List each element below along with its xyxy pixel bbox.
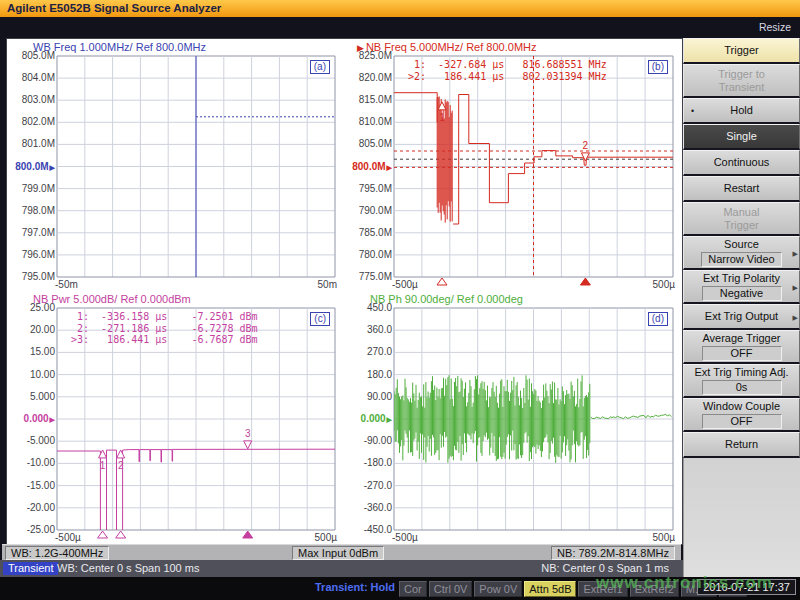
x-end-label: 500µ [315, 532, 337, 543]
y-tick-label: 825.0M [346, 50, 392, 61]
softkey-continuous[interactable]: Continuous [683, 150, 800, 176]
softkey-menu-filler [683, 458, 800, 577]
chart-title-c: NB Pwr 5.000dB/ Ref 0.000dBm [33, 293, 191, 305]
y-tick-label: -5.000 [9, 435, 55, 446]
softkey-window-couple[interactable]: Window CoupleOFF [683, 398, 800, 432]
y-tick-label: 790.0M [346, 205, 392, 216]
x-start-label: -500µ [392, 279, 418, 290]
marker-readout-b: 1: -327.684 µs 816.688551 MHz >2: 186.44… [408, 59, 607, 82]
x-start-label: -500µ [392, 532, 418, 543]
softkey-label: Restart [724, 182, 759, 195]
softkey-hold[interactable]: Hold• [683, 98, 800, 124]
softkey-value: 0s [702, 380, 782, 395]
softkey-label: Manual [723, 206, 759, 219]
softkey-restart[interactable]: Restart [683, 176, 800, 202]
y-tick-label: 798.0M [9, 205, 55, 216]
svg-text:2: 2 [583, 140, 589, 151]
softkey-label: Return [725, 438, 758, 451]
y-tick-label: 799.0M [9, 183, 55, 194]
softkey-ext-trig-polarity[interactable]: Ext Trig PolarityNegative▶ [683, 270, 800, 304]
y-tick-label: -10.00 [9, 457, 55, 468]
y-tick-label: -90.00 [346, 435, 392, 446]
softkey-label: Average Trigger [702, 332, 780, 345]
softkey-label: Transient [719, 81, 764, 94]
y-tick-label: 785.0M [346, 227, 392, 238]
datetime-readout: 2016-07-21 17:37 [697, 579, 796, 595]
measurement-mode-badge[interactable]: Transient [3, 562, 58, 575]
y-tick-label: 803.0M [9, 94, 55, 105]
y-tick-label: -25.00 [9, 524, 55, 535]
softkey-single[interactable]: Single [683, 124, 800, 150]
resize-button[interactable]: Resize [683, 16, 800, 38]
chart-panel-d: NB Ph 90.00deg/ Ref 0.000deg450.0360.027… [344, 291, 682, 544]
y-tick-label: -20.00 [9, 502, 55, 513]
y-tick-label: 810.0M [346, 116, 392, 127]
ref-level-icon: ▶ [50, 164, 55, 171]
softkey-label: Ext Trig Polarity [703, 272, 780, 285]
ref-level-icon: ▶ [387, 164, 392, 171]
status-segment-extref1: ExtRef1 [578, 581, 627, 597]
y-tick-label: -360.0 [346, 502, 392, 513]
y-tick-label: 802.0M [9, 116, 55, 127]
softkey-ext-trig-output[interactable]: Ext Trig Output▶ [683, 304, 800, 330]
y-tick-label: 180.0 [346, 369, 392, 380]
softkey-list: TriggerTrigger toTransientHold•SingleCon… [683, 38, 800, 458]
wb-sweep-readout: WB: Center 0 s Span 100 ms [57, 562, 199, 574]
softkey-average-trigger[interactable]: Average TriggerOFF [683, 330, 800, 364]
softkey-value: OFF [702, 414, 782, 429]
y-tick-label: 0.000▶ [9, 413, 55, 424]
chart-title-d: NB Ph 90.00deg/ Ref 0.000deg [370, 293, 523, 305]
softkey-label: Window Couple [703, 400, 780, 413]
y-tick-label: 360.0 [346, 324, 392, 335]
y-tick-label: 0.000▶ [346, 413, 392, 424]
hardware-info-bar: WB: 1.2G-400MHz Max Input 0dBm NB: 789.2… [2, 544, 681, 560]
chart-grid-b[interactable]: 12 [394, 56, 673, 277]
submenu-arrow-icon: ▶ [793, 246, 798, 259]
chart-panel-a: WB Freq 1.000MHz/ Ref 800.0MHz805.0M804.… [7, 39, 344, 291]
chart-grid-d[interactable] [394, 308, 673, 530]
softkey-label: Single [726, 130, 757, 143]
softkey-label: Continuous [714, 156, 770, 169]
status-segment-pow-0v: Pow 0V [474, 581, 522, 597]
y-tick-label: 775.0M [346, 271, 392, 282]
x-start-label: -50m [55, 279, 78, 290]
chart-panel-c: NB Pwr 5.000dB/ Ref 0.000dBm25.0020.0015… [7, 291, 344, 544]
chart-grid-a[interactable] [57, 56, 335, 277]
marker-readout-c: 1: -336.158 µs -7.2501 dBm 2: -271.186 µ… [71, 311, 258, 346]
app-title: Agilent E5052B Signal Source Analyzer [7, 2, 221, 14]
y-tick-label: 815.0M [346, 94, 392, 105]
softkey-menu: Resize TriggerTrigger toTransientHold•Si… [683, 16, 800, 577]
softkey-label: Trigger to [718, 68, 765, 81]
y-tick-label: 800.0M▶ [346, 161, 392, 172]
nb-sweep-readout: NB: Center 0 s Span 1 ms [541, 562, 669, 574]
softkey-return[interactable]: Return [683, 432, 800, 458]
softkey-label: Ext Trig Timing Adj. [694, 366, 788, 379]
softkey-ext-trig-timing-adj[interactable]: Ext Trig Timing Adj.0s [683, 364, 800, 398]
softkey-label: Ext Trig Output [705, 310, 778, 323]
status-segment-ctrl-0v: Ctrl 0V [429, 581, 473, 597]
trigger-status: Transient: Hold [315, 581, 395, 593]
y-tick-label: 795.0M [346, 183, 392, 194]
y-tick-label: 805.0M [9, 50, 55, 61]
y-tick-label: 90.00 [346, 391, 392, 402]
y-tick-label: 780.0M [346, 249, 392, 260]
selected-bullet-icon: • [691, 104, 694, 117]
ref-level-icon: ▶ [50, 416, 55, 423]
submenu-arrow-icon: ▶ [793, 310, 798, 323]
x-end-label: 500µ [653, 532, 675, 543]
softkey-trigger[interactable]: Trigger [683, 38, 800, 64]
y-tick-label: 20.00 [9, 324, 55, 335]
y-tick-label: 270.0 [346, 346, 392, 357]
y-tick-label: -450.0 [346, 524, 392, 535]
sweep-info-bar: Transient WB: Center 0 s Span 100 ms NB:… [0, 560, 683, 577]
softkey-source[interactable]: SourceNarrow Video▶ [683, 236, 800, 270]
title-bar: Agilent E5052B Signal Source Analyzer [0, 0, 800, 17]
max-input-readout: Max Input 0dBm [292, 546, 384, 560]
y-tick-label: 10.00 [9, 369, 55, 380]
y-tick-label: 15.00 [9, 346, 55, 357]
y-tick-label: -180.0 [346, 457, 392, 468]
app-window: Agilent E5052B Signal Source Analyzer WB… [0, 0, 800, 600]
svg-text:1: 1 [439, 112, 445, 123]
chart-panel-b: ▶NB Freq 5.000MHz/ Ref 800.0MHz825.0M820… [344, 39, 682, 291]
y-tick-label: -15.00 [9, 480, 55, 491]
